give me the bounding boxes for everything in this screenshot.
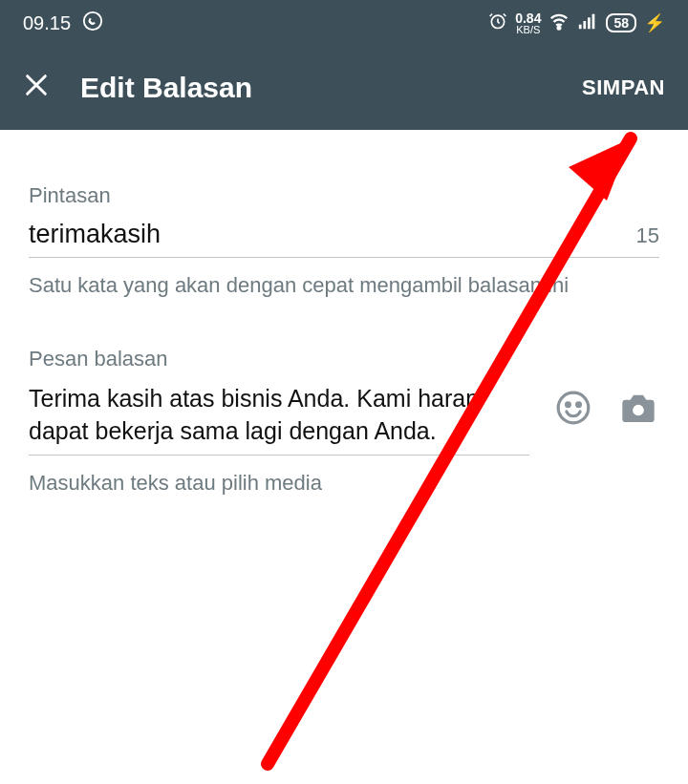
svg-rect-5 xyxy=(588,17,591,29)
shortcut-helper: Satu kata yang akan dengan cepat mengamb… xyxy=(29,271,659,301)
status-time: 09.15 xyxy=(23,12,71,34)
shortcut-counter: 15 xyxy=(636,223,659,248)
message-label: Pesan balasan xyxy=(29,347,659,371)
emoji-icon[interactable] xyxy=(552,387,594,429)
message-helper: Masukkan teks atau pilih media xyxy=(29,469,659,498)
svg-rect-4 xyxy=(584,21,587,29)
save-button[interactable]: SIMPAN xyxy=(582,75,665,100)
svg-rect-3 xyxy=(579,25,582,30)
camera-icon[interactable] xyxy=(617,387,659,429)
charging-icon: ⚡ xyxy=(644,12,665,33)
data-speed: 0.84 KB/S xyxy=(515,11,541,35)
alarm-icon xyxy=(488,11,507,34)
svg-rect-6 xyxy=(592,14,595,30)
status-right: 0.84 KB/S 58 ⚡ xyxy=(488,11,665,35)
status-left: 09.15 xyxy=(23,11,103,36)
message-section: Pesan balasan Terima kasih atas bisnis A… xyxy=(29,347,659,498)
svg-point-10 xyxy=(633,404,644,415)
shortcut-input[interactable]: terimakasih xyxy=(29,220,636,249)
shortcut-label: Pintasan xyxy=(29,183,659,208)
whatsapp-icon xyxy=(82,11,103,36)
signal-icon xyxy=(577,11,598,35)
wifi-icon xyxy=(548,11,570,35)
message-input[interactable]: Terima kasih atas bisnis Anda. Kami hara… xyxy=(29,383,529,456)
status-bar: 09.15 0.84 KB/S 58 ⚡ xyxy=(0,0,688,46)
svg-point-0 xyxy=(84,11,101,29)
svg-point-7 xyxy=(558,392,589,423)
svg-point-2 xyxy=(558,27,561,30)
message-input-row: Terima kasih atas bisnis Anda. Kami hara… xyxy=(29,383,659,456)
shortcut-section: Pintasan terimakasih 15 Satu kata yang a… xyxy=(29,183,659,301)
page-title: Edit Balasan xyxy=(80,72,551,104)
app-bar: Edit Balasan SIMPAN xyxy=(0,46,688,130)
close-icon[interactable] xyxy=(23,71,50,106)
svg-point-9 xyxy=(577,403,581,407)
battery-indicator: 58 xyxy=(606,13,636,32)
svg-point-8 xyxy=(567,403,570,407)
shortcut-input-row: terimakasih 15 xyxy=(29,220,659,258)
content-area: Pintasan terimakasih 15 Satu kata yang a… xyxy=(0,130,688,529)
